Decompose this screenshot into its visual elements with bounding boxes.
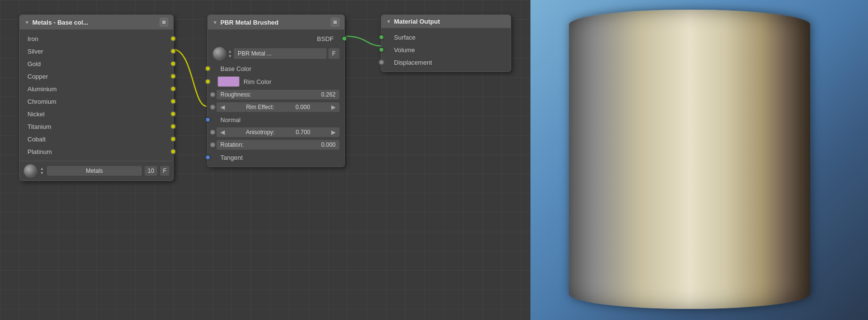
arrow-down-icon: ▼ xyxy=(40,171,44,175)
label-copper: Copper xyxy=(25,73,168,80)
label-normal: Normal xyxy=(213,116,339,124)
row-platinum: Platinum xyxy=(20,145,173,158)
socket-gold-out[interactable] xyxy=(170,61,176,67)
rotation-field[interactable]: Rotation: 0.000 xyxy=(217,140,339,150)
socket-displacement-in[interactable] xyxy=(379,59,384,65)
socket-anisotropy-in[interactable] xyxy=(210,129,216,135)
socket-base-color-in[interactable] xyxy=(205,66,211,71)
socket-tangent-in[interactable] xyxy=(205,154,211,160)
roughness-value: 0.262 xyxy=(321,91,336,98)
row-aluminium: Aluminium xyxy=(20,83,173,95)
node-metals-body: Iron Silver Gold Copper Aluminium xyxy=(20,29,173,161)
label-aluminium: Aluminium xyxy=(25,85,168,93)
node-metals-footer: ▲ ▼ Metals 10 F xyxy=(20,161,173,181)
node-pbr-body: BSDF ▲ ▼ PBR Metal ... F Base Color xyxy=(208,29,344,167)
socket-rotation-in[interactable] xyxy=(210,142,216,148)
shader-selector: ▲ ▼ PBR Metal ... F xyxy=(208,45,344,62)
socket-volume-in[interactable] xyxy=(379,47,384,53)
label-displacement: Displacement xyxy=(386,59,506,66)
socket-rim-effect-in[interactable] xyxy=(210,104,216,110)
socket-platinum-out[interactable] xyxy=(170,149,176,154)
anisotropy-label: Anisotropy: xyxy=(246,129,275,136)
shader-preview-sphere[interactable] xyxy=(213,47,226,60)
socket-normal-in[interactable] xyxy=(205,117,211,123)
rotation-label: Rotation: xyxy=(220,141,244,148)
label-gold: Gold xyxy=(25,60,168,68)
render-cylinder xyxy=(569,10,810,309)
socket-roughness-in[interactable] xyxy=(210,92,216,97)
connection-bsdf-surface xyxy=(346,36,381,46)
shader-arrows[interactable]: ▲ ▼ xyxy=(228,49,232,58)
metals-name-label[interactable]: Metals xyxy=(47,166,142,176)
row-cobalt: Cobalt xyxy=(20,133,173,145)
anisotropy-field[interactable]: ◀ Anisotropy: 0.700 ▶ xyxy=(217,127,339,137)
label-base-color: Base Color xyxy=(213,65,339,72)
socket-nickel-out[interactable] xyxy=(170,111,176,117)
arrow-up-icon: ▲ xyxy=(40,167,44,171)
row-rotation: Rotation: 0.000 xyxy=(208,139,344,151)
row-iron: Iron xyxy=(20,32,173,45)
arrows-up-down[interactable]: ▲ ▼ xyxy=(40,167,44,175)
node-metals-header: ▼ Metals - Base col... ⊞ xyxy=(20,15,173,29)
node-editor: ▼ Metals - Base col... ⊞ Iron Silver Gol… xyxy=(0,0,530,320)
arrow-right-aniso-icon: ▶ xyxy=(331,129,336,136)
node-pbr: ▼ PBR Metal Brushed ⊞ BSDF ▲ ▼ PBR Metal… xyxy=(207,14,345,167)
connection-iron-base xyxy=(173,49,206,106)
arrow-left-icon: ◀ xyxy=(220,104,225,111)
roughness-field[interactable]: Roughness: 0.262 xyxy=(217,90,339,99)
shader-arrow-down: ▼ xyxy=(228,54,232,58)
rim-color-swatch[interactable] xyxy=(217,76,240,87)
label-surface: Surface xyxy=(386,34,506,41)
shader-name-button[interactable]: PBR Metal ... xyxy=(234,48,326,59)
socket-bsdf-out[interactable] xyxy=(341,36,347,42)
row-titanium: Titanium xyxy=(20,120,173,133)
socket-aluminium-out[interactable] xyxy=(170,86,176,92)
rim-effect-field[interactable]: ◀ Rim Effect: 0.000 ▶ xyxy=(217,102,339,112)
row-rim-effect: ◀ Rim Effect: 0.000 ▶ xyxy=(208,101,344,113)
row-volume: Volume xyxy=(381,43,511,56)
socket-cobalt-out[interactable] xyxy=(170,136,176,142)
label-titanium: Titanium xyxy=(25,123,168,130)
row-rim-color: Rim Color xyxy=(208,75,344,88)
row-base-color: Base Color xyxy=(208,62,344,75)
row-chromium: Chromium xyxy=(20,95,173,108)
collapse-triangle-icon-pbr: ▼ xyxy=(213,20,217,25)
shader-arrow-up: ▲ xyxy=(228,49,232,54)
socket-copper-out[interactable] xyxy=(170,73,176,79)
socket-rim-color-in[interactable] xyxy=(205,79,211,84)
row-anisotropy: ◀ Anisotropy: 0.700 ▶ xyxy=(208,126,344,139)
render-preview xyxy=(530,0,868,320)
row-silver: Silver xyxy=(20,45,173,57)
label-nickel: Nickel xyxy=(25,111,168,118)
pbr-f-button[interactable]: F xyxy=(328,48,339,59)
socket-surface-in[interactable] xyxy=(379,34,384,40)
roughness-label: Roughness: xyxy=(220,91,251,98)
socket-chromium-out[interactable] xyxy=(170,98,176,104)
metals-f-button[interactable]: F xyxy=(160,166,169,176)
preview-sphere[interactable] xyxy=(24,164,37,178)
label-chromium: Chromium xyxy=(25,98,168,105)
node-material-output: ▼ Material Output Surface Volume Displac… xyxy=(381,14,511,72)
socket-silver-out[interactable] xyxy=(170,48,176,54)
socket-iron-out[interactable] xyxy=(170,36,176,42)
label-rim-color: Rim Color xyxy=(240,78,339,85)
row-roughness: Roughness: 0.262 xyxy=(208,88,344,101)
rotation-value: 0.000 xyxy=(321,141,336,148)
rim-effect-value: 0.000 xyxy=(296,104,310,111)
node-metals-icon-btn[interactable]: ⊞ xyxy=(160,18,168,27)
node-metals-title: Metals - Base col... xyxy=(32,19,88,26)
label-tangent: Tangent xyxy=(213,154,339,161)
node-pbr-icon-btn[interactable]: ⊞ xyxy=(331,18,339,27)
label-silver: Silver xyxy=(25,48,168,55)
metals-count-label: 10 xyxy=(145,166,157,176)
rim-effect-label: Rim Effect: xyxy=(246,104,274,111)
row-surface: Surface xyxy=(381,31,511,43)
node-pbr-title: PBR Metal Brushed xyxy=(220,19,279,26)
label-cobalt: Cobalt xyxy=(25,136,168,143)
label-platinum: Platinum xyxy=(25,148,168,155)
row-gold: Gold xyxy=(20,57,173,70)
node-pbr-header: ▼ PBR Metal Brushed ⊞ xyxy=(208,15,344,29)
arrow-right-icon: ▶ xyxy=(331,104,336,111)
socket-titanium-out[interactable] xyxy=(170,124,176,129)
node-output-body: Surface Volume Displacement xyxy=(381,28,511,71)
